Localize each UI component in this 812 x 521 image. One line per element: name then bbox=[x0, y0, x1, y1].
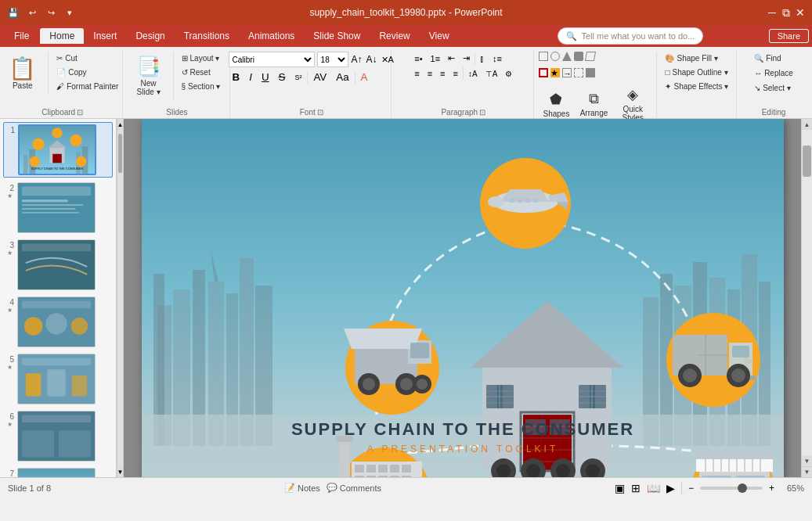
slide-thumb-5[interactable]: 5 ★ bbox=[3, 352, 113, 406]
increase-indent-button[interactable]: ⇥ bbox=[460, 52, 473, 65]
slide-sorter-button[interactable]: ⊞ bbox=[631, 482, 641, 494]
tab-slideshow[interactable]: Slide Show bbox=[304, 28, 370, 44]
layout-button[interactable]: ⊞ Layout ▾ bbox=[177, 52, 226, 65]
replace-button[interactable]: ↔ Replace bbox=[749, 66, 798, 80]
shape-star[interactable]: ★ bbox=[550, 68, 560, 77]
font-expand-icon[interactable]: ⊡ bbox=[317, 108, 323, 117]
change-case-button[interactable]: Aa bbox=[332, 70, 352, 84]
align-left-button[interactable]: ≡ bbox=[411, 67, 422, 80]
decrease-font-button[interactable]: A↓ bbox=[366, 53, 378, 66]
font-name-select[interactable]: Calibri bbox=[229, 52, 315, 67]
shape-fill-button[interactable]: 🎨 Shape Fill ▾ bbox=[660, 52, 733, 65]
quick-styles-button[interactable]: ◈ Quick Styles bbox=[614, 84, 652, 124]
panel-scroll-down[interactable]: ▼ bbox=[117, 466, 123, 477]
panel-scroll-up[interactable]: ▲ bbox=[117, 119, 123, 130]
underline-button[interactable]: U bbox=[258, 70, 273, 84]
copy-button[interactable]: 📄 Copy bbox=[52, 66, 123, 79]
shape-misc[interactable] bbox=[586, 68, 595, 77]
decrease-indent-button[interactable]: ⇤ bbox=[445, 52, 458, 65]
zoom-out-button[interactable]: − bbox=[688, 483, 694, 494]
section-button[interactable]: § Section ▾ bbox=[177, 80, 226, 93]
slide-thumb-6[interactable]: 6 ★ bbox=[3, 409, 113, 463]
clipboard-expand-icon[interactable]: ⊡ bbox=[77, 108, 83, 117]
find-button[interactable]: 🔍 Find bbox=[749, 52, 798, 65]
svg-rect-99 bbox=[366, 476, 376, 477]
notes-button[interactable]: 📝 Notes bbox=[284, 483, 320, 493]
shadow-button[interactable]: S² bbox=[291, 72, 305, 83]
slide-thumb-3[interactable]: 3 ★ bbox=[3, 238, 113, 292]
tell-me-box[interactable]: 🔍 Tell me what you want to do... bbox=[558, 27, 703, 45]
shape-outline-button[interactable]: □ Shape Outline ▾ bbox=[660, 66, 733, 79]
tab-transitions[interactable]: Transitions bbox=[175, 28, 239, 44]
undo-button[interactable]: ↩ bbox=[25, 5, 39, 20]
tab-view[interactable]: View bbox=[420, 28, 459, 44]
tab-design[interactable]: Design bbox=[126, 28, 174, 44]
tab-home[interactable]: Home bbox=[40, 28, 84, 44]
font-size-select[interactable]: 18 bbox=[317, 52, 348, 67]
close-button[interactable]: ✕ bbox=[795, 7, 806, 18]
smartart-button[interactable]: ⚙ bbox=[502, 68, 515, 80]
slide-thumb-4[interactable]: 4 ★ bbox=[3, 295, 113, 349]
shape-tri[interactable] bbox=[562, 52, 572, 61]
save-button[interactable]: 💾 bbox=[6, 5, 20, 20]
line-spacing-button[interactable]: ↕≡ bbox=[489, 52, 505, 65]
text-direction-button[interactable]: ↕A bbox=[465, 68, 481, 80]
normal-view-button[interactable]: ▣ bbox=[615, 482, 625, 494]
bold-button[interactable]: B bbox=[229, 70, 244, 84]
shape-effects-button[interactable]: ✦ Shape Effects ▾ bbox=[660, 80, 733, 93]
justify-button[interactable]: ≡ bbox=[450, 67, 461, 80]
svg-rect-1 bbox=[23, 156, 28, 174]
restore-button[interactable]: ⧉ bbox=[781, 7, 792, 18]
shape-line[interactable] bbox=[539, 68, 548, 77]
scroll-down-button2[interactable]: ▼ bbox=[802, 466, 812, 477]
cut-button[interactable]: ✂ Cut bbox=[52, 52, 123, 65]
slide-canvas[interactable]: SUPPLY CHAIN TO THE CONSUMER A PRESENTAT… bbox=[142, 119, 784, 477]
paste-button[interactable]: 📋 Paste bbox=[2, 52, 43, 94]
columns-button[interactable]: ⫿ bbox=[477, 52, 488, 65]
redo-button[interactable]: ↪ bbox=[44, 5, 58, 20]
align-right-button[interactable]: ≡ bbox=[437, 67, 448, 80]
zoom-in-button[interactable]: + bbox=[769, 483, 774, 494]
slide-thumb-2[interactable]: 2 ★ bbox=[3, 181, 113, 235]
slide-thumb-1[interactable]: 1 bbox=[3, 122, 113, 178]
select-button[interactable]: ↘ Select ▾ bbox=[749, 81, 798, 95]
shape-callout[interactable] bbox=[574, 68, 583, 77]
font-color-button[interactable]: A bbox=[357, 70, 372, 84]
reset-button[interactable]: ↺ Reset bbox=[177, 66, 226, 79]
scroll-down-button[interactable]: ▼ bbox=[802, 455, 812, 466]
tab-insert[interactable]: Insert bbox=[84, 28, 126, 44]
arrange-button[interactable]: ⧉ Arrange bbox=[576, 84, 612, 124]
share-button[interactable]: Share bbox=[769, 29, 809, 43]
file-menu[interactable]: File bbox=[3, 28, 40, 44]
character-spacing-button[interactable]: AV bbox=[309, 70, 330, 84]
format-painter-button[interactable]: 🖌 Format Painter bbox=[52, 80, 123, 93]
strikethrough-button[interactable]: S bbox=[275, 70, 290, 84]
align-text-button[interactable]: ⊤A bbox=[482, 68, 501, 80]
bullets-button[interactable]: ≡• bbox=[411, 52, 425, 65]
increase-font-button[interactable]: A↑ bbox=[351, 53, 363, 66]
slide-thumb-7[interactable]: 7 ★ bbox=[3, 466, 113, 477]
shape-rect[interactable] bbox=[539, 52, 548, 61]
slideshow-view-button[interactable]: ▶ bbox=[666, 482, 675, 494]
shape-oval[interactable] bbox=[550, 52, 560, 61]
shape-arrow[interactable]: → bbox=[562, 68, 572, 77]
shapes-button[interactable]: ⬟ Shapes bbox=[539, 84, 574, 124]
comments-button[interactable]: 💬 Comments bbox=[327, 483, 381, 493]
paragraph-expand-icon[interactable]: ⊡ bbox=[479, 108, 485, 117]
section-icon: § bbox=[182, 82, 186, 91]
reading-view-button[interactable]: 📖 bbox=[647, 482, 660, 494]
tab-animations[interactable]: Animations bbox=[239, 28, 304, 44]
italic-button[interactable]: I bbox=[245, 70, 256, 84]
shape-rounded-rect[interactable] bbox=[574, 52, 583, 61]
customize-qat-button[interactable]: ▾ bbox=[63, 5, 77, 20]
shape-para[interactable] bbox=[585, 52, 596, 61]
zoom-slider[interactable] bbox=[700, 487, 763, 490]
numbering-button[interactable]: 1≡ bbox=[428, 52, 444, 65]
zoom-level: 65% bbox=[781, 483, 804, 493]
clear-format-button[interactable]: ✕A bbox=[381, 54, 395, 66]
tab-review[interactable]: Review bbox=[370, 28, 419, 44]
minimize-button[interactable]: ─ bbox=[767, 7, 778, 18]
scroll-up-button[interactable]: ▲ bbox=[802, 119, 812, 130]
new-slide-button[interactable]: 📑 NewSlide ▾ bbox=[129, 52, 168, 100]
align-center-button[interactable]: ≡ bbox=[424, 67, 435, 80]
